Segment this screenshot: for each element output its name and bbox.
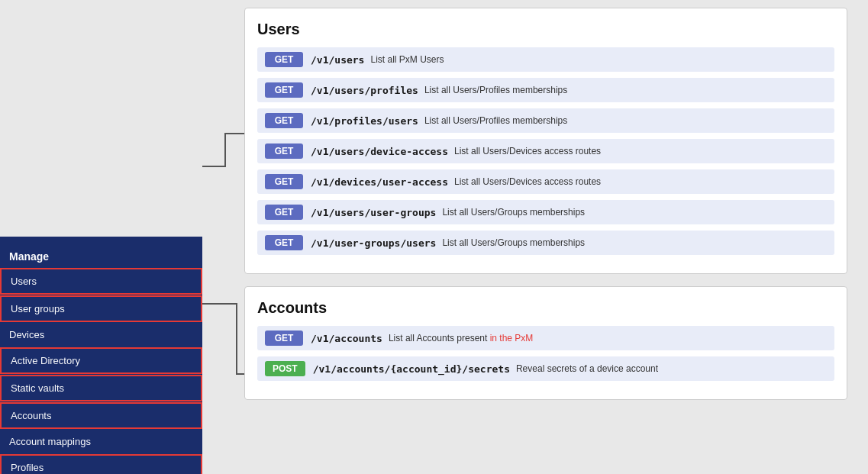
api-desc: List all Users/Profiles memberships: [424, 115, 567, 126]
sidebar-item-users[interactable]: Users: [0, 268, 202, 295]
method-badge: GET: [265, 52, 303, 67]
method-badge: GET: [265, 235, 303, 250]
users-panel: Users GET /v1/users List all PxM Users G…: [244, 8, 847, 274]
api-path: /v1/users: [311, 54, 364, 66]
sidebar: Manage Users User groups Devices Active …: [0, 237, 202, 474]
api-desc: Reveal secrets of a device account: [516, 363, 658, 374]
api-path: /v1/users/user-groups: [311, 207, 436, 218]
api-row: GET /v1/accounts List all Accounts prese…: [257, 326, 834, 350]
method-badge: GET: [265, 113, 303, 128]
api-desc: List all Users/Devices access routes: [454, 146, 601, 156]
api-row: GET /v1/devices/user-access List all Use…: [257, 169, 834, 194]
api-path: /v1/accounts/{account_id}/secrets: [313, 363, 510, 375]
api-desc: List all PxM Users: [370, 54, 444, 65]
api-row: GET /v1/users/user-groups List all Users…: [257, 200, 834, 224]
method-badge: POST: [265, 361, 305, 376]
users-panel-title: Users: [257, 21, 834, 38]
api-desc: List all Users/Devices access routes: [454, 176, 601, 187]
api-row: GET /v1/user-groups/users List all Users…: [257, 231, 834, 255]
users-rows: GET /v1/users List all PxM Users GET /v1…: [257, 47, 834, 255]
sidebar-item-devices[interactable]: Devices: [0, 323, 202, 347]
api-row: POST /v1/accounts/{account_id}/secrets R…: [257, 356, 834, 381]
api-row: GET /v1/users/device-access List all Use…: [257, 139, 834, 163]
main-container: Manage Users User groups Devices Active …: [0, 0, 868, 474]
api-path: /v1/users/device-access: [311, 146, 448, 157]
sidebar-item-user-groups[interactable]: User groups: [0, 295, 202, 322]
method-badge: GET: [265, 331, 303, 346]
sidebar-manage-label: Manage: [0, 244, 202, 267]
sidebar-item-account-mappings[interactable]: Account mappings: [0, 430, 202, 453]
api-row: GET /v1/profiles/users List all Users/Pr…: [257, 108, 834, 133]
method-badge: GET: [265, 143, 303, 159]
accounts-panel: Accounts GET /v1/accounts List all Accou…: [244, 286, 847, 400]
api-desc: List all Accounts present in the PxM: [389, 333, 533, 343]
sidebar-item-active-directory[interactable]: Active Directory: [0, 347, 202, 374]
method-badge: GET: [265, 82, 303, 98]
sidebar-item-static-vaults[interactable]: Static vaults: [0, 375, 202, 401]
api-path: /v1/devices/user-access: [311, 176, 448, 188]
api-row: GET /v1/users List all PxM Users: [257, 47, 834, 72]
api-path: /v1/user-groups/users: [311, 237, 436, 249]
accounts-panel-title: Accounts: [257, 299, 834, 317]
api-desc: List all Users/Groups memberships: [442, 207, 585, 218]
sidebar-item-profiles[interactable]: Profiles: [0, 454, 202, 474]
method-badge: GET: [265, 174, 303, 189]
method-badge: GET: [265, 205, 303, 220]
accounts-rows: GET /v1/accounts List all Accounts prese…: [257, 326, 834, 381]
api-desc: List all Users/Groups memberships: [442, 237, 585, 248]
api-path: /v1/profiles/users: [311, 115, 418, 127]
api-row: GET /v1/users/profiles List all Users/Pr…: [257, 78, 834, 102]
api-desc: List all Users/Profiles memberships: [424, 85, 567, 95]
right-section: Users GET /v1/users List all PxM Users G…: [244, 8, 847, 412]
sidebar-item-accounts[interactable]: Accounts: [0, 402, 202, 429]
api-path: /v1/accounts: [311, 333, 382, 344]
api-path: /v1/users/profiles: [311, 85, 418, 96]
